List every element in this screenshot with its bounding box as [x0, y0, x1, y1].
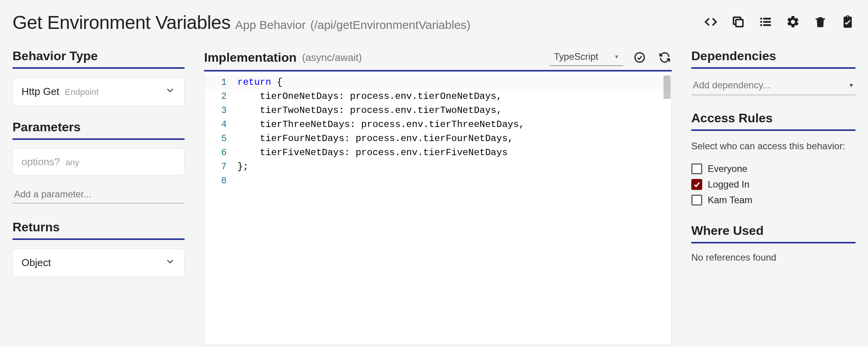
code-line[interactable]: tierThreeNetDays: process.env.tierThreeN…: [237, 118, 671, 132]
language-select[interactable]: TypeScript ▼: [550, 49, 623, 66]
line-number: 3: [204, 104, 227, 118]
implementation-header: Implementation (async/await) TypeScript …: [204, 49, 672, 72]
implementation-heading: Implementation: [204, 50, 296, 65]
code-editor[interactable]: 12345678 return { tierOneNetDays: proces…: [204, 72, 672, 345]
code-icon[interactable]: [703, 14, 719, 30]
parameter-row[interactable]: options? any: [13, 148, 185, 175]
page-header: Get Environment Variables App Behavior (…: [13, 12, 855, 33]
svg-rect-0: [736, 20, 743, 27]
validate-icon[interactable]: [633, 50, 647, 64]
code-line[interactable]: tierFourNetDays: process.env.tierFourNet…: [237, 132, 671, 146]
chevron-down-icon: [165, 256, 176, 270]
svg-rect-2: [760, 21, 762, 23]
behavior-type-select[interactable]: Http Get Endpoint: [13, 77, 185, 106]
page-title: Get Environment Variables: [13, 12, 231, 33]
access-rule-row[interactable]: Kam Team: [691, 192, 855, 208]
chevron-down-icon: [165, 85, 176, 98]
svg-rect-1: [760, 18, 762, 20]
add-dependency-select[interactable]: Add dependency... ▼: [691, 77, 855, 95]
returns-value: Object: [22, 257, 51, 269]
line-number: 7: [204, 160, 227, 174]
line-number: 2: [204, 89, 227, 104]
refresh-icon[interactable]: [658, 50, 672, 64]
gear-icon[interactable]: [785, 14, 801, 30]
right-column: Dependencies Add dependency... ▼ Access …: [691, 49, 855, 345]
line-number: 8: [204, 174, 227, 188]
dropdown-triangle-icon: ▼: [848, 82, 854, 88]
line-gutter: 12345678: [204, 72, 233, 345]
page-subtitle: App Behavior: [235, 18, 306, 32]
language-value: TypeScript: [554, 51, 598, 62]
parameter-type: any: [65, 157, 79, 168]
dropdown-triangle-icon: ▼: [614, 54, 619, 60]
code-area[interactable]: return { tierOneNetDays: process.env.tie…: [233, 72, 671, 345]
behavior-type-value: Http Get: [22, 86, 59, 98]
code-line[interactable]: tierFiveNetDays: process.env.tierFiveNet…: [237, 146, 671, 160]
returns-select[interactable]: Object: [13, 249, 185, 277]
svg-rect-4: [763, 18, 771, 20]
returns-heading: Returns: [13, 220, 185, 240]
parameter-name: options?: [22, 156, 60, 168]
checkbox-icon[interactable]: [691, 163, 702, 174]
clipboard-icon[interactable]: [840, 14, 855, 30]
access-rules-help: Select who can access this behavior:: [691, 140, 855, 153]
header-actions: [703, 14, 855, 30]
code-line[interactable]: [237, 174, 671, 188]
implementation-mode: (async/await): [302, 52, 362, 64]
svg-rect-5: [763, 21, 771, 23]
page-path: (/api/getEnvironmentVariables): [310, 18, 471, 32]
line-number: 5: [204, 132, 227, 146]
svg-rect-3: [760, 24, 762, 26]
scrollbar-thumb[interactable]: [664, 75, 671, 99]
dependencies-heading: Dependencies: [691, 49, 855, 69]
code-line[interactable]: tierTwoNetDays: process.env.tierTwoNetDa…: [237, 104, 671, 118]
add-dependency-placeholder: Add dependency...: [693, 80, 770, 91]
list-icon[interactable]: [758, 14, 773, 30]
copy-icon[interactable]: [730, 14, 746, 30]
access-rule-label: Everyone: [708, 163, 747, 174]
code-line[interactable]: };: [237, 160, 671, 174]
parameters-heading: Parameters: [13, 120, 185, 140]
svg-rect-6: [763, 24, 771, 26]
line-number: 1: [204, 75, 227, 89]
access-rule-row[interactable]: Logged In: [691, 177, 855, 192]
checkbox-checked-icon[interactable]: [691, 179, 702, 190]
add-parameter-input[interactable]: [13, 186, 185, 204]
behavior-type-heading: Behavior Type: [13, 49, 185, 69]
code-line[interactable]: tierOneNetDays: process.env.tierOneNetDa…: [237, 89, 671, 104]
access-rule-label: Kam Team: [708, 195, 752, 206]
access-rule-label: Logged In: [708, 179, 750, 190]
where-used-heading: Where Used: [691, 224, 855, 243]
line-number: 4: [204, 118, 227, 132]
svg-point-7: [635, 53, 644, 62]
code-line[interactable]: return {: [237, 75, 671, 89]
behavior-type-secondary: Endpoint: [65, 87, 99, 97]
no-references-text: No references found: [691, 252, 855, 263]
line-number: 6: [204, 146, 227, 160]
checkbox-icon[interactable]: [691, 195, 702, 206]
trash-icon[interactable]: [812, 14, 828, 30]
left-column: Behavior Type Http Get Endpoint Paramete…: [13, 49, 185, 345]
access-rule-row[interactable]: Everyone: [691, 161, 855, 177]
center-column: Implementation (async/await) TypeScript …: [204, 49, 672, 345]
access-rules-heading: Access Rules: [691, 111, 855, 131]
